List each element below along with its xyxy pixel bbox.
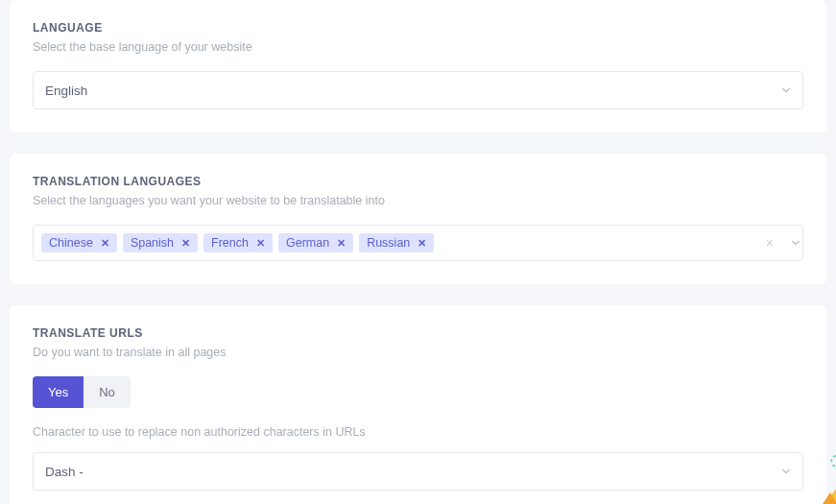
translation-title: TRANSLATION LANGUAGES bbox=[33, 175, 803, 188]
language-title: LANGUAGE bbox=[33, 21, 803, 35]
translate-urls-title: TRANSLATE URLS bbox=[33, 326, 803, 340]
tag-french[interactable]: French ✕ bbox=[203, 233, 273, 252]
clear-all-icon[interactable]: × bbox=[760, 235, 779, 251]
tag-label: French bbox=[211, 236, 249, 250]
language-card: LANGUAGE Select the base language of you… bbox=[10, 0, 826, 132]
tag-label: German bbox=[286, 236, 329, 250]
translate-yes-button[interactable]: Yes bbox=[33, 376, 84, 408]
translation-tags-container: Chinese ✕ Spanish ✕ French ✕ German ✕ Ru… bbox=[41, 233, 754, 252]
translate-urls-card: TRANSLATE URLS Do you want to translate … bbox=[10, 305, 826, 504]
chevron-down-icon bbox=[785, 238, 795, 248]
tag-german[interactable]: German ✕ bbox=[278, 233, 353, 252]
tag-remove-icon[interactable]: ✕ bbox=[181, 237, 190, 250]
tag-russian[interactable]: Russian ✕ bbox=[359, 233, 434, 252]
tag-label: Russian bbox=[367, 236, 410, 250]
tag-remove-icon[interactable]: ✕ bbox=[256, 237, 265, 250]
tag-remove-icon[interactable]: ✕ bbox=[337, 237, 346, 250]
tag-label: Spanish bbox=[131, 236, 174, 250]
translate-no-button[interactable]: No bbox=[84, 376, 131, 408]
char-replace-value: Dash - bbox=[45, 465, 781, 479]
translate-urls-description: Do you want to translate in all pages bbox=[33, 346, 803, 359]
translation-multiselect[interactable]: Chinese ✕ Spanish ✕ French ✕ German ✕ Ru… bbox=[33, 225, 803, 261]
char-replace-description: Character to use to replace non authoriz… bbox=[33, 425, 803, 439]
language-select-value: English bbox=[45, 84, 781, 98]
language-description: Select the base language of your website bbox=[33, 40, 803, 54]
char-replace-select[interactable]: Dash - bbox=[33, 452, 803, 491]
translate-toggle-group: Yes No bbox=[33, 376, 131, 408]
tag-spanish[interactable]: Spanish ✕ bbox=[123, 233, 198, 252]
tag-label: Chinese bbox=[49, 236, 93, 250]
chevron-down-icon bbox=[781, 85, 791, 95]
language-select[interactable]: English bbox=[33, 71, 803, 109]
tag-remove-icon[interactable]: ✕ bbox=[418, 237, 426, 250]
translation-description: Select the languages you want your websi… bbox=[33, 194, 803, 207]
translation-card: TRANSLATION LANGUAGES Select the languag… bbox=[10, 154, 826, 284]
tag-remove-icon[interactable]: ✕ bbox=[101, 237, 109, 250]
chevron-down-icon bbox=[781, 467, 791, 476]
tag-chinese[interactable]: Chinese ✕ bbox=[41, 233, 117, 252]
